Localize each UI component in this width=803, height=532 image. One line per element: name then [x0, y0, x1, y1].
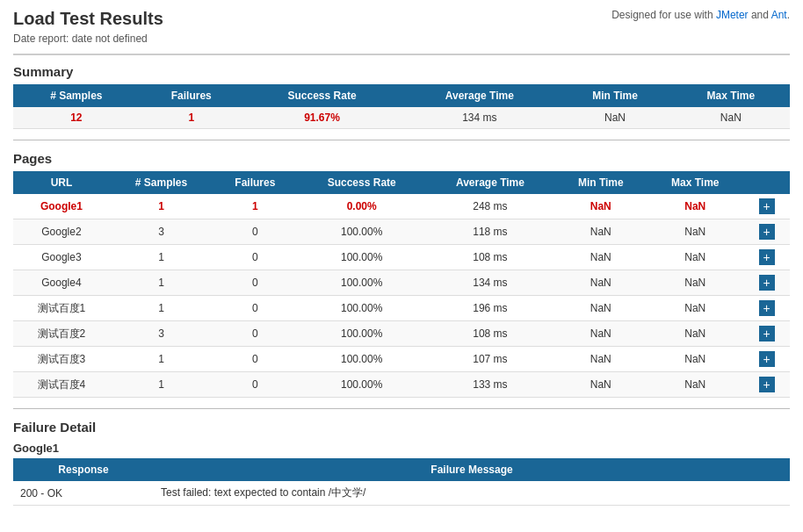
table-cell: NaN	[554, 194, 647, 219]
summary-col-failures: Failures	[140, 84, 243, 107]
expand-button[interactable]: +	[759, 351, 775, 367]
table-cell: NaN	[647, 194, 744, 219]
pages-action-cell[interactable]: +	[743, 296, 790, 321]
expand-button[interactable]: +	[759, 275, 775, 291]
table-cell: 1	[110, 296, 213, 321]
pages-url-cell: 测试百度3	[13, 347, 110, 372]
pages-url-cell: 测试百度4	[13, 372, 110, 398]
table-cell: NaN	[647, 347, 744, 372]
jmeter-link[interactable]: JMeter	[716, 9, 749, 21]
designed-for: Designed for use with JMeter and Ant.	[611, 9, 790, 21]
table-cell: 3	[110, 219, 213, 245]
pages-row: Google310100.00%108 msNaNNaN+	[13, 245, 790, 270]
page-header: Load Test Results Date report: date not …	[13, 9, 790, 55]
table-cell: NaN	[554, 372, 647, 398]
table-cell: NaN	[647, 296, 744, 321]
pages-title: Pages	[13, 151, 790, 166]
summary-max-time-value: NaN	[672, 107, 790, 129]
pages-row: 测试百度410100.00%133 msNaNNaN+	[13, 372, 790, 398]
table-cell: 100.00%	[298, 296, 426, 321]
summary-samples-value: 12	[13, 107, 140, 129]
table-cell: 100.00%	[298, 270, 426, 296]
pages-action-cell[interactable]: +	[743, 372, 790, 398]
table-cell: NaN	[647, 321, 744, 347]
pages-col-min-time: Min Time	[554, 171, 647, 194]
table-cell: NaN	[554, 245, 647, 270]
table-cell: NaN	[647, 372, 744, 398]
pages-url-cell: 测试百度2	[13, 321, 110, 347]
section-divider-2	[13, 408, 790, 409]
pages-action-cell[interactable]: +	[743, 219, 790, 245]
ant-link[interactable]: Ant	[771, 9, 787, 21]
table-cell: 100.00%	[298, 347, 426, 372]
table-cell: 100.00%	[298, 321, 426, 347]
table-cell: NaN	[647, 245, 744, 270]
failure-response-cell: 200 - OK	[13, 481, 154, 506]
table-cell: 134 ms	[426, 270, 554, 296]
table-cell: 0	[213, 372, 297, 398]
pages-row: Google410100.00%134 msNaNNaN+	[13, 270, 790, 296]
pages-action-cell[interactable]: +	[743, 245, 790, 270]
table-cell: 0	[213, 296, 297, 321]
summary-data-row: 12 1 91.67% 134 ms NaN NaN	[13, 107, 790, 129]
pages-url-cell[interactable]: Google1	[13, 194, 110, 219]
pages-url-link[interactable]: Google1	[40, 200, 83, 212]
pages-col-url: URL	[13, 171, 110, 194]
table-cell: 100.00%	[298, 245, 426, 270]
table-cell: 0	[213, 321, 297, 347]
and-text: and	[749, 9, 771, 21]
expand-button[interactable]: +	[759, 198, 775, 214]
table-cell: 1	[110, 270, 213, 296]
failure-col-response: Response	[13, 458, 154, 481]
failure-detail-title: Failure Detail	[13, 420, 790, 435]
table-cell: 100.00%	[298, 219, 426, 245]
pages-action-cell[interactable]: +	[743, 194, 790, 219]
summary-col-min-time: Min Time	[558, 84, 671, 107]
summary-title: Summary	[13, 64, 790, 79]
expand-button[interactable]: +	[759, 377, 775, 392]
failure-detail-subtitle: Google1	[13, 442, 790, 455]
summary-col-success-rate: Success Rate	[243, 84, 401, 107]
table-cell: NaN	[554, 296, 647, 321]
table-cell: 248 ms	[426, 194, 554, 219]
pages-header-row: URL # Samples Failures Success Rate Aver…	[13, 171, 790, 194]
table-cell: NaN	[554, 321, 647, 347]
table-cell: NaN	[647, 219, 744, 245]
pages-col-max-time: Max Time	[647, 171, 744, 194]
pages-action-cell[interactable]: +	[743, 347, 790, 372]
pages-action-cell[interactable]: +	[743, 270, 790, 296]
summary-header-row: # Samples Failures Success Rate Average …	[13, 84, 790, 107]
table-cell: NaN	[554, 347, 647, 372]
table-cell: 0	[213, 347, 297, 372]
table-cell: NaN	[647, 270, 744, 296]
failure-col-message: Failure Message	[154, 458, 790, 481]
section-divider-1	[13, 140, 790, 140]
expand-button[interactable]: +	[759, 224, 775, 240]
table-cell: 3	[110, 321, 213, 347]
table-cell: 0	[213, 245, 297, 270]
pages-col-average-time: Average Time	[426, 171, 554, 194]
expand-button[interactable]: +	[759, 249, 775, 265]
expand-button[interactable]: +	[759, 326, 775, 341]
pages-col-success-rate: Success Rate	[298, 171, 426, 194]
expand-button[interactable]: +	[759, 300, 775, 316]
table-cell: 100.00%	[298, 372, 426, 398]
pages-action-cell[interactable]: +	[743, 321, 790, 347]
pages-row: 测试百度110100.00%196 msNaNNaN+	[13, 296, 790, 321]
table-cell: 133 ms	[426, 372, 554, 398]
pages-row: Google1110.00%248 msNaNNaN+	[13, 194, 790, 219]
table-cell: 118 ms	[426, 219, 554, 245]
table-cell: NaN	[554, 219, 647, 245]
failure-detail-section: Failure Detail Google1 Response Failure …	[13, 420, 790, 506]
summary-success-rate-value: 91.67%	[243, 107, 401, 129]
table-cell: 108 ms	[426, 321, 554, 347]
failure-table: Response Failure Message 200 - OKTest fa…	[13, 458, 790, 506]
pages-row: Google230100.00%118 msNaNNaN+	[13, 219, 790, 245]
table-cell: 0.00%	[298, 194, 426, 219]
pages-url-cell: Google4	[13, 270, 110, 296]
table-cell: 1	[110, 372, 213, 398]
failure-message-cell: Test failed: text expected to contain /中…	[154, 481, 790, 506]
table-cell: 108 ms	[426, 245, 554, 270]
date-report: Date report: date not defined	[13, 32, 163, 45]
summary-min-time-value: NaN	[558, 107, 671, 129]
